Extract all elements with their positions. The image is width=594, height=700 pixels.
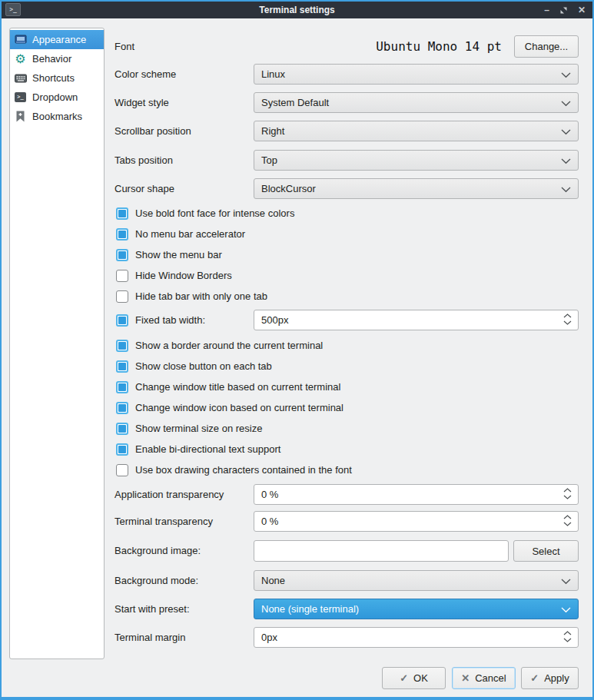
terminal-icon: >_ xyxy=(14,91,27,104)
checkbox[interactable] xyxy=(116,360,128,373)
chevron-down-icon xyxy=(561,101,571,107)
checkbox-row[interactable]: Hide Window Borders xyxy=(116,269,232,282)
background-mode-label: Background mode: xyxy=(114,570,198,591)
apply-button[interactable]: ✓ Apply xyxy=(521,667,579,689)
display-icon xyxy=(14,33,27,46)
checkbox-label: Show the menu bar xyxy=(135,249,222,260)
background-image-select-button[interactable]: Select xyxy=(513,540,579,562)
spin-down-icon[interactable] xyxy=(563,638,572,642)
close-button[interactable]: ✕ xyxy=(578,2,586,18)
ok-button[interactable]: ✓ OK xyxy=(382,667,446,689)
checkbox-row[interactable]: Show the menu bar xyxy=(116,248,222,261)
checkbox[interactable] xyxy=(116,381,128,393)
color-scheme-label: Color scheme xyxy=(114,64,176,85)
restore-button[interactable] xyxy=(559,6,568,15)
checkbox-label: Hide Window Borders xyxy=(135,270,232,281)
sidebar-item-behavior[interactable]: ⚙ Behavior xyxy=(10,49,104,68)
restore-icon xyxy=(559,6,568,15)
sidebar-item-bookmarks[interactable]: Bookmarks xyxy=(10,107,104,126)
checkbox[interactable] xyxy=(116,464,128,476)
keyboard-icon xyxy=(14,71,27,85)
checkbox[interactable] xyxy=(116,340,128,352)
sidebar-item-appearance[interactable]: Appearance xyxy=(10,30,104,49)
checkbox-row[interactable]: Change window icon based on current term… xyxy=(116,401,343,414)
terminal-margin-spinbox[interactable]: 0px xyxy=(254,627,579,648)
checkbox-label: Fixed tab width: xyxy=(135,314,205,326)
sidebar-item-label: Bookmarks xyxy=(32,111,82,122)
start-with-preset-label: Start with preset: xyxy=(114,599,190,619)
checkbox-label: Show close button on each tab xyxy=(135,360,272,372)
checkbox-row[interactable]: Show a border around the current termina… xyxy=(116,339,323,352)
sidebar-item-label: Appearance xyxy=(32,34,86,45)
tabs-position-label: Tabs position xyxy=(114,150,173,171)
spin-up-icon[interactable] xyxy=(563,314,572,318)
font-change-button[interactable]: Change... xyxy=(514,35,579,58)
checkbox-row[interactable]: Use bold font face for intense colors xyxy=(116,207,294,220)
checkbox[interactable] xyxy=(116,207,128,220)
spin-up-icon[interactable] xyxy=(563,631,572,635)
cursor-shape-label: Cursor shape xyxy=(114,178,174,199)
terminal-settings-dialog: >_ Terminal settings – ✕ Appearanc xyxy=(0,0,594,700)
checkbox[interactable] xyxy=(116,270,128,282)
scrollbar-position-select[interactable]: Right xyxy=(254,121,579,141)
checkbox[interactable] xyxy=(116,249,128,261)
minimize-button[interactable]: – xyxy=(544,2,549,18)
checkbox-row[interactable]: Use box drawing characters contained in … xyxy=(116,463,352,476)
sidebar-item-shortcuts[interactable]: Shortcuts xyxy=(10,68,104,88)
window-terminal-icon: >_ xyxy=(5,3,21,16)
checkbox-row[interactable]: No menu bar accelerator xyxy=(116,227,245,241)
window-title: Terminal settings xyxy=(2,5,592,15)
checkbox-label: Hide tab bar with only one tab xyxy=(135,290,267,302)
terminal-transparency-label: Terminal transparency xyxy=(114,511,213,532)
font-value: Ubuntu Mono 14 pt xyxy=(376,35,502,58)
color-scheme-select[interactable]: Linux xyxy=(254,64,579,85)
start-with-preset-select[interactable]: None (single terminal) xyxy=(254,599,579,619)
spin-down-icon[interactable] xyxy=(563,522,572,526)
checkbox[interactable] xyxy=(116,290,128,303)
settings-category-list: Appearance ⚙ Behavior Shortcuts >_ D xyxy=(9,28,105,659)
scrollbar-position-label: Scrollbar position xyxy=(114,121,191,141)
bookmark-icon xyxy=(14,110,27,123)
terminal-margin-label: Terminal margin xyxy=(114,627,185,648)
background-image-label: Background image: xyxy=(114,540,201,562)
sidebar-item-dropdown[interactable]: >_ Dropdown xyxy=(10,88,104,107)
chevron-down-icon xyxy=(561,607,571,613)
spin-down-icon[interactable] xyxy=(563,320,572,325)
terminal-transparency-spinbox[interactable]: 0 % xyxy=(254,511,579,532)
checkbox-row[interactable]: Change window title based on current ter… xyxy=(116,380,340,393)
checkbox-label: Show a border around the current termina… xyxy=(135,340,323,351)
checkbox[interactable] xyxy=(116,423,128,435)
background-image-input[interactable] xyxy=(254,540,509,562)
font-label: Font xyxy=(114,35,134,58)
titlebar[interactable]: >_ Terminal settings – ✕ xyxy=(2,2,592,18)
cancel-button[interactable]: ✕ Cancel xyxy=(452,667,516,689)
widget-style-select[interactable]: System Default xyxy=(254,92,579,113)
chevron-down-icon xyxy=(561,579,571,585)
fixed-tab-width-checkbox-row[interactable]: Fixed tab width: xyxy=(116,314,205,327)
fixed-tab-width-spinbox[interactable]: 500px xyxy=(254,310,579,330)
spin-up-icon[interactable] xyxy=(563,515,572,519)
checkbox-label: Show terminal size on resize xyxy=(135,423,262,434)
sidebar-item-label: Behavior xyxy=(32,53,71,65)
checkbox[interactable] xyxy=(116,402,128,414)
checkbox-row[interactable]: Show terminal size on resize xyxy=(116,422,262,435)
checkbox-row[interactable]: Enable bi-directional text support xyxy=(116,443,280,456)
checkbox[interactable] xyxy=(116,228,128,241)
application-transparency-spinbox[interactable]: 0 % xyxy=(254,484,579,505)
checkbox[interactable] xyxy=(116,443,128,456)
application-transparency-label: Application transparency xyxy=(114,484,224,505)
chevron-down-icon xyxy=(561,187,571,193)
tabs-position-select[interactable]: Top xyxy=(254,150,579,171)
gear-icon: ⚙ xyxy=(14,52,27,65)
checkbox-row[interactable]: Hide tab bar with only one tab xyxy=(116,290,267,303)
checkbox-label: Change window title based on current ter… xyxy=(135,381,340,393)
spin-up-icon[interactable] xyxy=(563,488,572,493)
spin-down-icon[interactable] xyxy=(563,495,572,499)
chevron-down-icon xyxy=(561,158,571,164)
cursor-shape-select[interactable]: BlockCursor xyxy=(254,178,579,199)
checkbox-label: Use bold font face for intense colors xyxy=(135,207,294,219)
check-icon: ✓ xyxy=(530,672,539,684)
background-mode-select[interactable]: None xyxy=(254,570,579,591)
checkbox-row[interactable]: Show close button on each tab xyxy=(116,360,272,373)
checkbox[interactable] xyxy=(116,314,128,327)
